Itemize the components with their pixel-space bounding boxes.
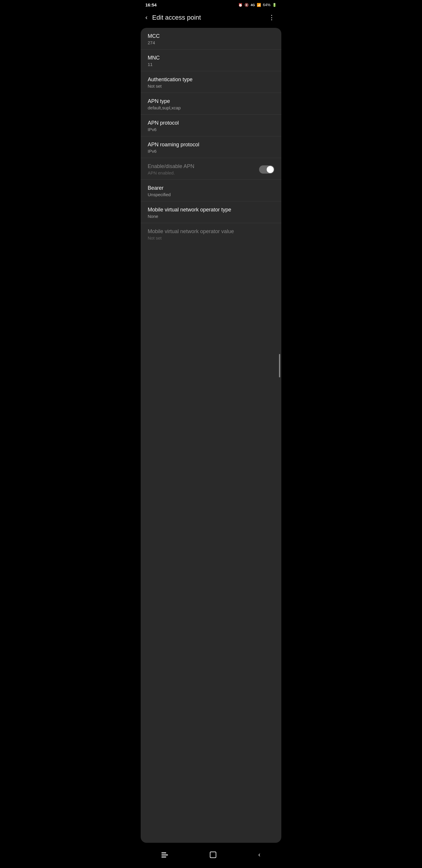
settings-item-mcc[interactable]: MCC274 [141, 28, 281, 50]
settings-item-mvno-value[interactable]: Mobile virtual network operator valueNot… [141, 223, 281, 245]
settings-value-mcc: 274 [148, 40, 274, 45]
status-time: 16:54 [145, 2, 157, 7]
settings-item-apn-roaming-protocol[interactable]: APN roaming protocolIPv6 [141, 136, 281, 158]
settings-value-mvno-type: None [148, 214, 274, 219]
network-type-icon: 4G [251, 3, 255, 7]
recents-button[interactable] [155, 849, 175, 860]
toggle-thumb-enable-disable-apn [267, 166, 274, 173]
settings-value-authentication-type: Not set [148, 84, 274, 89]
alarm-icon: ⏰ [238, 3, 242, 7]
back-button[interactable]: ‹ [142, 11, 151, 24]
settings-label-mvno-value: Mobile virtual network operator value [148, 228, 274, 235]
settings-label-apn-protocol: APN protocol [148, 120, 274, 126]
settings-label-enable-disable-apn: Enable/disable APN [148, 163, 254, 169]
signal-icon: 📶 [257, 3, 261, 7]
settings-label-apn-roaming-protocol: APN roaming protocol [148, 142, 274, 148]
content-card: MCC274MNC11Authentication typeNot setAPN… [141, 28, 281, 843]
settings-value-mvno-value: Not set [148, 236, 274, 241]
battery-percent: 64% [263, 3, 270, 7]
settings-value-enable-disable-apn: APN enabled. [148, 170, 254, 175]
settings-value-mnc: 11 [148, 62, 274, 67]
settings-item-enable-disable-apn[interactable]: Enable/disable APNAPN enabled. [141, 158, 281, 180]
silent-icon: 🔇 [245, 3, 249, 7]
recents-icon [161, 851, 168, 858]
battery-icon: 🔋 [272, 3, 277, 7]
status-icons: ⏰ 🔇 4G 📶 64% 🔋 [238, 3, 277, 7]
status-bar: 16:54 ⏰ 🔇 4G 📶 64% 🔋 [141, 0, 281, 8]
toggle-enable-disable-apn[interactable] [259, 165, 274, 174]
back-icon: ‹ [258, 851, 260, 859]
toggle-container-enable-disable-apn [259, 165, 274, 174]
settings-item-bearer[interactable]: BearerUnspecified [141, 180, 281, 202]
settings-value-apn-roaming-protocol: IPv6 [148, 149, 274, 154]
settings-value-apn-type: default,supl,xcap [148, 105, 274, 110]
settings-label-apn-type: APN type [148, 98, 274, 104]
navigation-bar: ‹ [141, 844, 281, 868]
app-bar: ‹ Edit access point ⋮ [141, 8, 281, 27]
back-button-nav[interactable]: ‹ [251, 849, 267, 861]
settings-label-mnc: MNC [148, 55, 274, 61]
settings-label-bearer: Bearer [148, 185, 274, 191]
more-options-button[interactable]: ⋮ [265, 11, 279, 24]
settings-item-authentication-type[interactable]: Authentication typeNot set [141, 71, 281, 93]
settings-label-mcc: MCC [148, 33, 274, 39]
settings-item-mnc[interactable]: MNC11 [141, 50, 281, 71]
page-title: Edit access point [151, 14, 265, 22]
settings-item-mvno-type[interactable]: Mobile virtual network operator typeNone [141, 202, 281, 223]
settings-item-apn-type[interactable]: APN typedefault,supl,xcap [141, 93, 281, 115]
home-button[interactable] [203, 849, 223, 860]
settings-list: MCC274MNC11Authentication typeNot setAPN… [141, 28, 281, 245]
home-icon [210, 851, 216, 858]
settings-label-mvno-type: Mobile virtual network operator type [148, 207, 274, 213]
settings-value-apn-protocol: IPv6 [148, 127, 274, 132]
settings-label-authentication-type: Authentication type [148, 76, 274, 83]
settings-item-apn-protocol[interactable]: APN protocolIPv6 [141, 115, 281, 136]
settings-value-bearer: Unspecified [148, 192, 274, 197]
